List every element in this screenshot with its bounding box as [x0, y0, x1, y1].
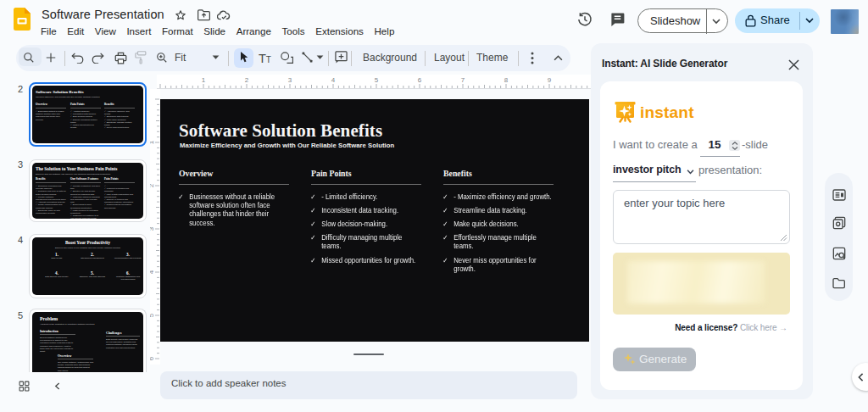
svg-text:8: 8	[504, 76, 509, 84]
svg-text:1: 1	[202, 76, 206, 84]
svg-text:6: 6	[418, 76, 422, 84]
svg-text:2: 2	[245, 76, 249, 84]
svg-text:6: 6	[150, 356, 155, 360]
svg-text:3: 3	[288, 76, 292, 84]
svg-text:9: 9	[548, 76, 552, 84]
svg-text:4: 4	[331, 76, 336, 84]
svg-text:5: 5	[375, 76, 379, 84]
svg-text:4: 4	[150, 270, 155, 274]
svg-text:2: 2	[150, 183, 155, 187]
svg-text:7: 7	[461, 76, 465, 84]
svg-text:5: 5	[150, 313, 155, 317]
svg-text:1: 1	[150, 140, 155, 144]
svg-text:3: 3	[150, 226, 155, 231]
